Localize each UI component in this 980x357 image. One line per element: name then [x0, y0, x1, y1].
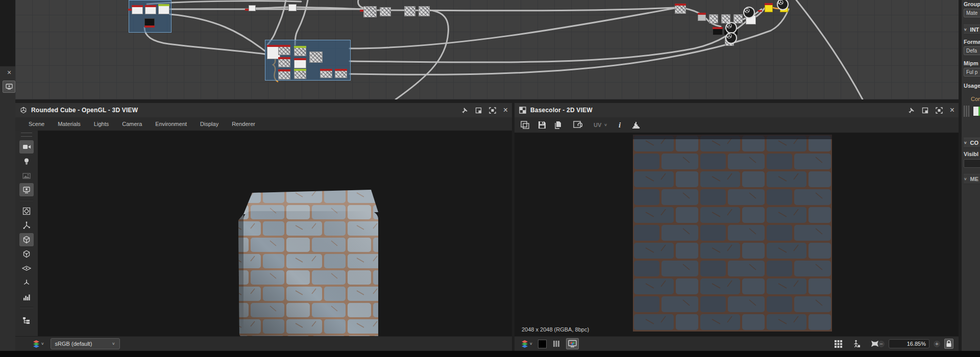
section-color-label: CO	[970, 140, 979, 146]
tree-icon[interactable]	[19, 314, 34, 327]
3d-viewport[interactable]	[38, 131, 512, 337]
graph-node[interactable]	[404, 6, 415, 16]
mipmaps-field[interactable]: Ful p	[964, 68, 980, 76]
output-sphere-badge[interactable]	[725, 32, 737, 44]
graph-node[interactable]	[758, 10, 762, 12]
graph-node[interactable]	[380, 7, 391, 16]
turbine-icon[interactable]	[19, 276, 34, 289]
channels-icon[interactable]	[552, 339, 561, 348]
graph-node[interactable]	[320, 69, 332, 78]
background-swatch[interactable]	[538, 340, 547, 348]
colorspace-layers-icon[interactable]: ∨	[521, 340, 533, 348]
graph-node[interactable]	[335, 69, 347, 78]
visible-if-input[interactable]	[964, 159, 980, 168]
graph-node[interactable]	[709, 14, 718, 23]
node-graph-canvas[interactable]	[15, 0, 959, 99]
environment-icon[interactable]	[19, 169, 34, 182]
graph-node[interactable]	[765, 3, 773, 12]
grid-icon[interactable]	[834, 339, 843, 349]
group-field[interactable]: Mate	[964, 9, 980, 17]
cube-icon[interactable]	[19, 233, 34, 246]
rounded-cube-render	[224, 188, 382, 337]
zoom-in-button[interactable]: +	[934, 341, 940, 347]
graph-node[interactable]	[309, 52, 323, 63]
uv-toggle[interactable]: UV∨	[594, 122, 607, 128]
graph-node[interactable]	[278, 57, 290, 67]
graph-node[interactable]	[278, 69, 290, 80]
menu-item-materials[interactable]: Materials	[58, 121, 81, 127]
colorspace-layers-icon[interactable]: ∨	[32, 340, 44, 348]
horizontal-splitter[interactable]	[15, 99, 959, 103]
new-view-icon[interactable]	[520, 120, 531, 130]
axes-icon[interactable]	[19, 219, 34, 232]
graph-node[interactable]	[132, 5, 143, 14]
graph-node[interactable]	[288, 4, 297, 11]
graph-node[interactable]	[675, 4, 686, 14]
3d-view-title: Rounded Cube - OpenGL - 3D VIEW	[31, 107, 138, 114]
zoom-lock-icon[interactable]	[944, 339, 953, 349]
components-swatch[interactable]	[973, 106, 980, 116]
graph-node[interactable]	[294, 46, 306, 56]
colorspace-dropdown[interactable]: sRGB (default)∨	[51, 338, 120, 349]
menu-item-display[interactable]: Display	[200, 121, 218, 127]
plane-icon[interactable]	[19, 262, 34, 275]
graph-node[interactable]	[713, 27, 723, 35]
graph-node[interactable]	[363, 6, 377, 17]
usage-label: Usage	[964, 83, 980, 89]
pin-icon[interactable]	[461, 107, 468, 114]
close-icon[interactable]: ×	[503, 107, 508, 113]
drag-bars-icon[interactable]	[964, 105, 970, 117]
graph-node[interactable]	[294, 58, 306, 68]
graph-node[interactable]	[145, 5, 156, 14]
copy-icon[interactable]	[553, 120, 563, 130]
panel-toggle-button[interactable]	[3, 81, 15, 93]
properties-panel: Group Mate ∨INT Forma Defa Mipm Ful p Us…	[962, 0, 980, 351]
undock-icon[interactable]	[475, 107, 482, 114]
menu-item-renderer[interactable]: Renderer	[232, 121, 255, 127]
menu-item-lights[interactable]: Lights	[94, 121, 109, 127]
menu-item-environment[interactable]: Environment	[155, 121, 187, 127]
3d-view-titlebar[interactable]: Rounded Cube - OpenGL - 3D VIEW ×	[15, 103, 512, 118]
undock-icon[interactable]	[922, 107, 928, 114]
maximize-icon[interactable]	[936, 107, 943, 114]
physical-size-icon[interactable]	[851, 339, 862, 349]
graph-node[interactable]	[249, 5, 256, 11]
section-me[interactable]: ∨ME	[964, 174, 980, 184]
close-icon[interactable]: ×	[950, 107, 954, 113]
histogram-icon[interactable]	[19, 290, 34, 303]
format-label: Forma	[964, 39, 980, 45]
display-icon[interactable]	[19, 183, 34, 196]
graph-node[interactable]	[144, 18, 155, 28]
histogram-icon[interactable]	[631, 120, 642, 130]
zoom-out-button[interactable]: −	[878, 341, 885, 347]
graph-node[interactable]	[733, 14, 743, 23]
graph-node[interactable]	[698, 13, 706, 21]
menu-item-camera[interactable]: Camera	[122, 121, 142, 127]
graph-node[interactable]	[294, 69, 306, 79]
frame-icon[interactable]	[19, 205, 34, 218]
pin-icon[interactable]	[908, 107, 915, 114]
image-reload-icon[interactable]	[572, 120, 583, 130]
zoom-level-input[interactable]	[889, 339, 929, 348]
output-sphere-badge[interactable]	[743, 7, 755, 18]
save-icon[interactable]	[537, 120, 547, 130]
maximize-icon[interactable]	[489, 107, 496, 114]
close-icon[interactable]: ×	[7, 68, 11, 76]
graph-node[interactable]	[158, 4, 169, 14]
section-integration[interactable]: ∨INT	[964, 24, 980, 35]
display-rgb-icon[interactable]	[566, 338, 579, 349]
3d-view-toolbar	[15, 131, 38, 337]
info-icon[interactable]: i	[618, 120, 622, 131]
cube-uv-icon[interactable]	[19, 247, 34, 261]
2d-panel-icon	[519, 107, 526, 114]
bulb-icon[interactable]	[19, 155, 34, 168]
format-field[interactable]: Defa	[964, 46, 980, 55]
graph-node[interactable]	[419, 6, 430, 16]
section-color[interactable]: ∨CO	[964, 138, 980, 148]
camera-icon[interactable]	[19, 140, 34, 154]
2d-viewport[interactable]: 2048 x 2048 (RGBA, 8bpc)	[514, 133, 959, 337]
menu-item-scene[interactable]: Scene	[29, 121, 44, 127]
2d-view-titlebar[interactable]: Basecolor - 2D VIEW ×	[514, 103, 959, 118]
graph-node[interactable]	[278, 45, 290, 55]
toolbar-grip[interactable]	[21, 133, 32, 137]
